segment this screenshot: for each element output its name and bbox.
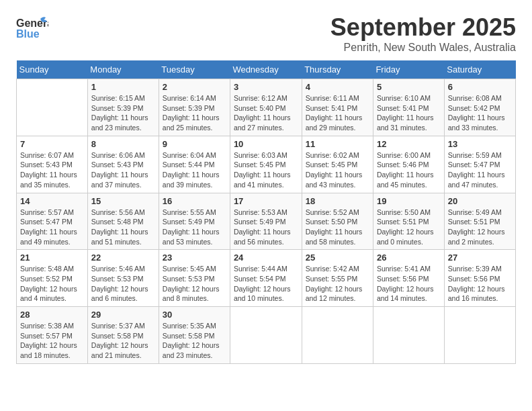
calendar-cell: 17Sunrise: 5:53 AMSunset: 5:49 PMDayligh… bbox=[230, 193, 302, 250]
day-number: 4 bbox=[306, 82, 369, 92]
calendar-cell: 25Sunrise: 5:42 AMSunset: 5:55 PMDayligh… bbox=[302, 250, 373, 307]
day-info: Sunrise: 6:07 AMSunset: 5:43 PMDaylight:… bbox=[20, 150, 84, 190]
day-number: 18 bbox=[306, 196, 369, 206]
day-number: 7 bbox=[20, 139, 84, 149]
day-info: Sunrise: 5:35 AMSunset: 5:58 PMDaylight:… bbox=[163, 321, 226, 361]
day-info: Sunrise: 6:11 AMSunset: 5:41 PMDaylight:… bbox=[306, 93, 369, 133]
day-number: 15 bbox=[91, 196, 155, 206]
day-info: Sunrise: 5:42 AMSunset: 5:55 PMDaylight:… bbox=[306, 264, 369, 304]
day-info: Sunrise: 6:08 AMSunset: 5:42 PMDaylight:… bbox=[448, 93, 512, 133]
calendar-cell: 29Sunrise: 5:37 AMSunset: 5:58 PMDayligh… bbox=[87, 307, 159, 364]
day-header-monday: Monday bbox=[87, 60, 159, 79]
day-info: Sunrise: 6:14 AMSunset: 5:39 PMDaylight:… bbox=[163, 93, 226, 133]
day-number: 9 bbox=[163, 139, 226, 149]
day-info: Sunrise: 6:00 AMSunset: 5:46 PMDaylight:… bbox=[377, 150, 441, 190]
day-number: 20 bbox=[448, 196, 512, 206]
day-header-tuesday: Tuesday bbox=[159, 60, 230, 79]
day-info: Sunrise: 5:52 AMSunset: 5:50 PMDaylight:… bbox=[306, 208, 369, 247]
day-number: 25 bbox=[306, 253, 369, 263]
month-title: September 2025 bbox=[330, 13, 516, 42]
day-info: Sunrise: 5:45 AMSunset: 5:53 PMDaylight:… bbox=[163, 264, 226, 304]
day-info: Sunrise: 5:41 AMSunset: 5:56 PMDaylight:… bbox=[377, 264, 441, 304]
day-info: Sunrise: 5:57 AMSunset: 5:47 PMDaylight:… bbox=[20, 208, 84, 247]
day-number: 27 bbox=[448, 253, 512, 263]
day-header-thursday: Thursday bbox=[302, 60, 373, 79]
day-info: Sunrise: 5:53 AMSunset: 5:49 PMDaylight:… bbox=[234, 208, 298, 247]
day-number: 11 bbox=[306, 139, 369, 149]
day-number: 30 bbox=[163, 310, 226, 320]
calendar-cell: 7Sunrise: 6:07 AMSunset: 5:43 PMDaylight… bbox=[17, 136, 88, 193]
calendar-cell: 5Sunrise: 6:10 AMSunset: 5:41 PMDaylight… bbox=[373, 79, 444, 136]
calendar-cell: 13Sunrise: 5:59 AMSunset: 5:47 PMDayligh… bbox=[444, 136, 515, 193]
day-info: Sunrise: 6:04 AMSunset: 5:44 PMDaylight:… bbox=[163, 150, 226, 190]
calendar-cell: 4Sunrise: 6:11 AMSunset: 5:41 PMDaylight… bbox=[302, 79, 373, 136]
day-number: 24 bbox=[234, 253, 298, 263]
day-info: Sunrise: 5:46 AMSunset: 5:53 PMDaylight:… bbox=[91, 264, 155, 304]
day-info: Sunrise: 5:48 AMSunset: 5:52 PMDaylight:… bbox=[20, 264, 84, 304]
calendar-cell: 12Sunrise: 6:00 AMSunset: 5:46 PMDayligh… bbox=[373, 136, 444, 193]
calendar-cell: 22Sunrise: 5:46 AMSunset: 5:53 PMDayligh… bbox=[87, 250, 159, 307]
calendar-cell: 15Sunrise: 5:56 AMSunset: 5:48 PMDayligh… bbox=[87, 193, 159, 250]
day-number: 26 bbox=[377, 253, 441, 263]
calendar-cell: 20Sunrise: 5:49 AMSunset: 5:51 PMDayligh… bbox=[444, 193, 515, 250]
day-info: Sunrise: 5:50 AMSunset: 5:51 PMDaylight:… bbox=[377, 208, 441, 247]
calendar-cell: 11Sunrise: 6:02 AMSunset: 5:45 PMDayligh… bbox=[302, 136, 373, 193]
day-info: Sunrise: 6:03 AMSunset: 5:45 PMDaylight:… bbox=[234, 150, 298, 190]
day-info: Sunrise: 6:06 AMSunset: 5:43 PMDaylight:… bbox=[91, 150, 155, 190]
day-info: Sunrise: 6:15 AMSunset: 5:39 PMDaylight:… bbox=[91, 93, 155, 133]
day-number: 2 bbox=[163, 82, 226, 92]
day-number: 1 bbox=[91, 82, 155, 92]
day-number: 28 bbox=[20, 310, 84, 320]
day-info: Sunrise: 5:59 AMSunset: 5:47 PMDaylight:… bbox=[448, 150, 512, 190]
day-number: 13 bbox=[448, 139, 512, 149]
day-info: Sunrise: 6:12 AMSunset: 5:40 PMDaylight:… bbox=[234, 93, 298, 133]
calendar-cell: 1Sunrise: 6:15 AMSunset: 5:39 PMDaylight… bbox=[87, 79, 159, 136]
calendar-cell bbox=[373, 307, 444, 364]
day-number: 21 bbox=[20, 253, 84, 263]
location-title: Penrith, New South Wales, Australia bbox=[330, 42, 516, 54]
day-number: 8 bbox=[91, 139, 155, 149]
day-header-wednesday: Wednesday bbox=[230, 60, 302, 79]
day-header-friday: Friday bbox=[373, 60, 444, 79]
day-number: 14 bbox=[20, 196, 84, 206]
title-area: September 2025 Penrith, New South Wales,… bbox=[330, 13, 516, 54]
calendar-cell bbox=[230, 307, 302, 364]
calendar-cell bbox=[17, 79, 88, 136]
calendar-cell bbox=[444, 307, 515, 364]
day-number: 3 bbox=[234, 82, 298, 92]
logo: General Blue bbox=[16, 13, 48, 42]
day-info: Sunrise: 5:49 AMSunset: 5:51 PMDaylight:… bbox=[448, 208, 512, 247]
calendar-cell: 21Sunrise: 5:48 AMSunset: 5:52 PMDayligh… bbox=[17, 250, 88, 307]
day-number: 12 bbox=[377, 139, 441, 149]
calendar-cell: 27Sunrise: 5:39 AMSunset: 5:56 PMDayligh… bbox=[444, 250, 515, 307]
calendar-table: SundayMondayTuesdayWednesdayThursdayFrid… bbox=[16, 60, 516, 364]
calendar-cell: 10Sunrise: 6:03 AMSunset: 5:45 PMDayligh… bbox=[230, 136, 302, 193]
day-info: Sunrise: 5:38 AMSunset: 5:57 PMDaylight:… bbox=[20, 321, 84, 361]
svg-text:Blue: Blue bbox=[16, 28, 40, 40]
calendar-cell: 9Sunrise: 6:04 AMSunset: 5:44 PMDaylight… bbox=[159, 136, 230, 193]
day-number: 29 bbox=[91, 310, 155, 320]
day-info: Sunrise: 5:37 AMSunset: 5:58 PMDaylight:… bbox=[91, 321, 155, 361]
day-info: Sunrise: 5:44 AMSunset: 5:54 PMDaylight:… bbox=[234, 264, 298, 304]
calendar-cell: 16Sunrise: 5:55 AMSunset: 5:49 PMDayligh… bbox=[159, 193, 230, 250]
day-number: 22 bbox=[91, 253, 155, 263]
day-number: 23 bbox=[163, 253, 226, 263]
day-info: Sunrise: 5:55 AMSunset: 5:49 PMDaylight:… bbox=[163, 208, 226, 247]
day-number: 19 bbox=[377, 196, 441, 206]
day-number: 16 bbox=[163, 196, 226, 206]
calendar-cell: 28Sunrise: 5:38 AMSunset: 5:57 PMDayligh… bbox=[17, 307, 88, 364]
day-number: 6 bbox=[448, 82, 512, 92]
calendar-cell: 23Sunrise: 5:45 AMSunset: 5:53 PMDayligh… bbox=[159, 250, 230, 307]
calendar-cell: 8Sunrise: 6:06 AMSunset: 5:43 PMDaylight… bbox=[87, 136, 159, 193]
day-header-saturday: Saturday bbox=[444, 60, 515, 79]
day-info: Sunrise: 6:02 AMSunset: 5:45 PMDaylight:… bbox=[306, 150, 369, 190]
calendar-cell bbox=[302, 307, 373, 364]
page-header: General Blue September 2025 Penrith, New… bbox=[16, 13, 516, 54]
day-info: Sunrise: 6:10 AMSunset: 5:41 PMDaylight:… bbox=[377, 93, 441, 133]
calendar-cell: 3Sunrise: 6:12 AMSunset: 5:40 PMDaylight… bbox=[230, 79, 302, 136]
day-info: Sunrise: 5:56 AMSunset: 5:48 PMDaylight:… bbox=[91, 208, 155, 247]
calendar-cell: 26Sunrise: 5:41 AMSunset: 5:56 PMDayligh… bbox=[373, 250, 444, 307]
day-number: 17 bbox=[234, 196, 298, 206]
day-number: 10 bbox=[234, 139, 298, 149]
calendar-cell: 6Sunrise: 6:08 AMSunset: 5:42 PMDaylight… bbox=[444, 79, 515, 136]
